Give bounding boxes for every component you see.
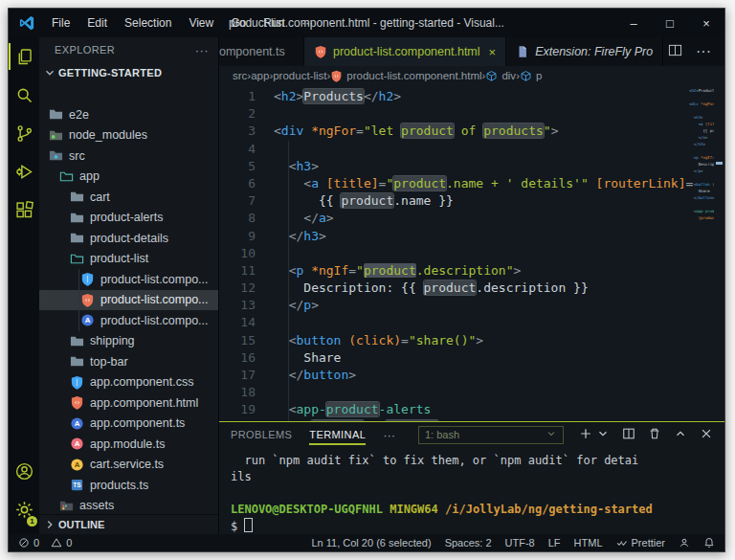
- code-editor[interactable]: 1<h2>Products</h2>23<div *ngFor="let pro…: [219, 85, 724, 421]
- tree-item-product-list[interactable]: product-list: [39, 249, 218, 270]
- tree-item-app-component-ts[interactable]: Aapp.component.ts: [39, 414, 218, 435]
- panel-tab-problems[interactable]: PROBLEMS: [231, 422, 292, 447]
- line-number[interactable]: 12: [219, 280, 256, 297]
- tab-omponent-ts[interactable]: omponent.ts: [219, 37, 304, 66]
- tab-product-list-component-html[interactable]: product-list.component.html×: [304, 37, 506, 66]
- line-number[interactable]: 13: [219, 297, 256, 314]
- line-number[interactable]: 8: [219, 210, 256, 227]
- line-number[interactable]: 14: [219, 314, 256, 331]
- errors-indicator[interactable]: 0: [18, 537, 39, 549]
- code-line-15[interactable]: 15 <button (click)="share()">: [219, 332, 686, 349]
- line-number[interactable]: 15: [219, 332, 256, 349]
- code-line-11[interactable]: 11 <p *ngIf="product.description">: [219, 262, 686, 280]
- tree-item-app-component-html[interactable]: app.component.html: [39, 392, 218, 414]
- warnings-indicator[interactable]: 0: [51, 537, 72, 549]
- menu-file[interactable]: File: [43, 9, 78, 37]
- breadcrumb-item-product-list[interactable]: product-list: [273, 70, 326, 81]
- tree-item-shipping[interactable]: shipping: [39, 331, 218, 352]
- terminal-chevron-down-icon[interactable]: [596, 427, 610, 442]
- code-line-16[interactable]: 16 Share: [219, 349, 686, 367]
- line-number[interactable]: 17: [219, 367, 256, 384]
- code-line-17[interactable]: 17 </button>: [219, 367, 686, 384]
- tree-item-app[interactable]: app: [39, 167, 218, 188]
- breadcrumb-item-div[interactable]: div: [485, 70, 516, 82]
- tree-item-assets[interactable]: assets: [39, 496, 218, 516]
- formatter-indicator[interactable]: Prettier: [616, 537, 665, 549]
- activity-run-debug-icon[interactable]: [9, 152, 39, 190]
- split-editor-icon[interactable]: [668, 43, 682, 61]
- minimize-button[interactable]: –: [615, 9, 652, 37]
- tree-item-src[interactable]: src: [39, 146, 218, 167]
- line-number[interactable]: 2: [219, 105, 256, 123]
- tree-item-app-module-ts[interactable]: Aapp.module.ts: [39, 434, 218, 455]
- tree-item-app-component-css[interactable]: app.component.css: [39, 372, 218, 393]
- line-number[interactable]: 6: [219, 175, 256, 192]
- panel-more-icon[interactable]: ···: [383, 428, 395, 442]
- sidebar-more-actions[interactable]: ···: [195, 43, 209, 57]
- code-line-14[interactable]: 14: [219, 314, 686, 331]
- language-mode[interactable]: HTML: [574, 537, 603, 549]
- breadcrumb-item-src[interactable]: src: [233, 70, 247, 81]
- code-line-4[interactable]: 4: [219, 141, 686, 158]
- activity-source-control-icon[interactable]: [9, 114, 39, 152]
- code-line-13[interactable]: 13 </p>: [219, 297, 686, 314]
- terminal-trash-icon[interactable]: [648, 427, 661, 442]
- notifications-button[interactable]: [703, 537, 715, 549]
- terminal-output[interactable]: run `npm audit fix` to fix them, or `npm…: [219, 447, 724, 534]
- tree-item-product-list-compo[interactable]: product-list.compo...: [39, 269, 218, 290]
- menu-selection[interactable]: Selection: [116, 9, 180, 37]
- workspace-section-header[interactable]: GETTING-STARTED: [39, 62, 218, 83]
- activity-extensions-icon[interactable]: [9, 190, 39, 229]
- outline-section-header[interactable]: OUTLINE: [39, 514, 218, 534]
- code-line-7[interactable]: 7 {{ product.name }}: [219, 192, 686, 210]
- breadcrumb-item-product-list-component-html[interactable]: product-list.component.html: [330, 70, 481, 82]
- tree-item-product-details[interactable]: product-details: [39, 228, 218, 249]
- maximize-button[interactable]: □: [652, 9, 688, 37]
- code-line-18[interactable]: 18: [219, 384, 686, 401]
- menu-edit[interactable]: Edit: [78, 9, 116, 37]
- feedback-button[interactable]: [679, 537, 690, 549]
- line-number[interactable]: 9: [219, 228, 256, 245]
- close-tab-icon[interactable]: ×: [489, 45, 497, 59]
- line-number[interactable]: 16: [219, 349, 256, 367]
- panel-tab-terminal[interactable]: TERMINAL: [309, 422, 366, 447]
- code-line-5[interactable]: 5 <h3>: [219, 158, 686, 175]
- line-number[interactable]: 1: [219, 88, 256, 105]
- indentation-setting[interactable]: Spaces: 2: [445, 537, 492, 549]
- tree-item-top-bar[interactable]: top-bar: [39, 351, 218, 372]
- code-line-3[interactable]: 3<div *ngFor="let product of products">: [219, 123, 686, 140]
- code-line-10[interactable]: 10: [219, 245, 686, 262]
- line-number[interactable]: 5: [219, 158, 256, 175]
- line-number[interactable]: 11: [219, 262, 256, 280]
- line-number[interactable]: 3: [219, 123, 256, 140]
- code-line-2[interactable]: 2: [219, 105, 686, 123]
- activity-account-icon[interactable]: [9, 452, 39, 490]
- activity-files-icon[interactable]: [9, 37, 39, 76]
- cursor-position[interactable]: Ln 11, Col 20 (6 selected): [311, 537, 431, 549]
- tab-extension-firefly-pro[interactable]: Extension: FireFly Pro: [506, 37, 663, 66]
- minimap[interactable]: <h2>Products</h2><div *ngFor="let produc…: [689, 87, 714, 221]
- tree-item-node-modules[interactable]: node_modules: [39, 125, 218, 146]
- code-line-19[interactable]: 19 <app-product-alerts: [219, 401, 686, 418]
- activity-settings-gear-icon[interactable]: 1: [9, 490, 39, 528]
- code-line-20[interactable]: 20 [product]="product": [219, 419, 686, 421]
- breadcrumb-item-app[interactable]: app: [251, 70, 269, 81]
- code-line-12[interactable]: 12 Description: {{ product.description }…: [219, 280, 686, 297]
- tree-item-e2e[interactable]: e2e: [39, 104, 218, 125]
- line-number[interactable]: 7: [219, 192, 256, 210]
- code-line-9[interactable]: 9 </h3>: [219, 228, 686, 245]
- tree-item-product-alerts[interactable]: product-alerts: [39, 208, 218, 229]
- activity-search-icon[interactable]: [9, 76, 39, 114]
- line-number[interactable]: 4: [219, 141, 256, 158]
- line-number[interactable]: 10: [219, 245, 256, 262]
- line-number[interactable]: 20: [219, 419, 256, 421]
- tree-item-products-ts[interactable]: TSproducts.ts: [39, 475, 218, 496]
- more-actions-icon[interactable]: ···: [696, 43, 711, 60]
- line-number[interactable]: 18: [219, 384, 256, 401]
- breadcrumb-item-p[interactable]: p: [520, 70, 542, 82]
- terminal-close-icon[interactable]: [700, 427, 713, 442]
- tree-item-cart-service-ts[interactable]: Acart.service.ts: [39, 455, 218, 476]
- tree-item-product-list-compo[interactable]: Aproduct-list.compo...: [39, 310, 218, 331]
- code-line-1[interactable]: 1<h2>Products</h2>: [219, 88, 686, 105]
- close-button[interactable]: ×: [688, 9, 724, 37]
